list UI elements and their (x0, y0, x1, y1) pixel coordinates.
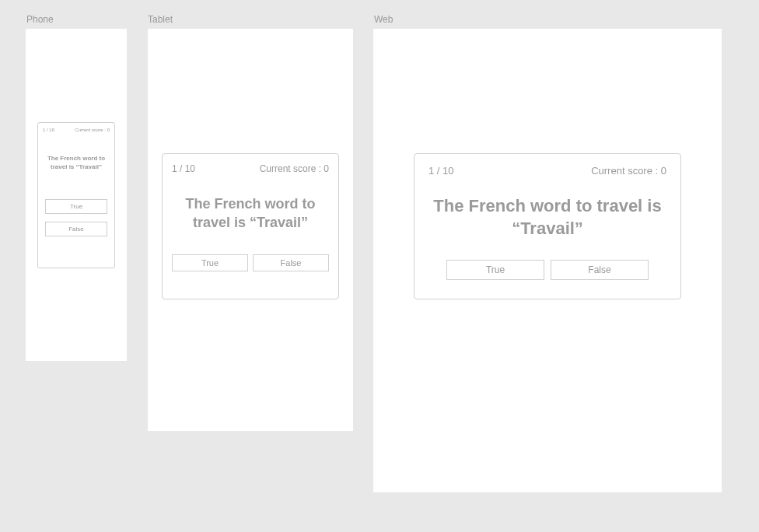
score-label: Current score : 0 (75, 128, 110, 132)
true-button[interactable]: True (446, 260, 544, 280)
progress-counter: 1 / 10 (43, 128, 54, 132)
true-button[interactable]: True (172, 254, 248, 271)
false-button[interactable]: False (253, 254, 329, 271)
progress-counter: 1 / 10 (428, 165, 454, 177)
quiz-card-web: 1 / 10 Current score : 0 The French word… (414, 153, 681, 299)
question-text: The French word to travel is “Travail” (173, 194, 327, 233)
phone-frame: 1 / 10 Current score : 0 The French word… (26, 29, 127, 361)
quiz-card-phone: 1 / 10 Current score : 0 The French word… (37, 122, 115, 268)
frame-label-tablet: Tablet (148, 14, 173, 25)
progress-counter: 1 / 10 (172, 163, 195, 174)
question-text: The French word to travel is “Travail” (46, 154, 107, 171)
tablet-frame: 1 / 10 Current score : 0 The French word… (148, 29, 353, 431)
true-button[interactable]: True (45, 199, 107, 214)
frame-label-phone: Phone (26, 14, 54, 25)
frame-label-web: Web (374, 14, 393, 25)
false-button[interactable]: False (551, 260, 649, 280)
false-button[interactable]: False (45, 222, 107, 236)
question-text: The French word to travel is “Travail” (433, 195, 662, 240)
score-label: Current score : 0 (591, 165, 666, 177)
quiz-card-tablet: 1 / 10 Current score : 0 The French word… (162, 153, 339, 299)
web-frame: 1 / 10 Current score : 0 The French word… (373, 29, 722, 492)
score-label: Current score : 0 (260, 163, 329, 174)
